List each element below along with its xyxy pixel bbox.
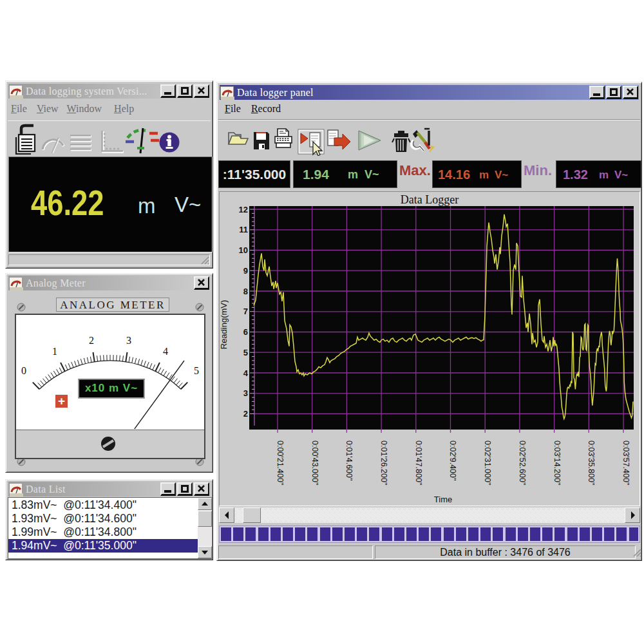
svg-text:2: 2 — [89, 335, 94, 346]
svg-text:Reading(mV): Reading(mV) — [220, 300, 229, 350]
svg-text:6: 6 — [243, 327, 248, 337]
svg-text:0:02'52.600": 0:02'52.600" — [518, 440, 527, 485]
svg-text:5: 5 — [243, 348, 248, 357]
svg-text:4: 4 — [243, 368, 249, 378]
svg-text:1: 1 — [52, 346, 57, 357]
svg-text:5: 5 — [194, 365, 199, 376]
svg-text:0:03'14.200": 0:03'14.200" — [553, 440, 562, 485]
svg-text:Time: Time — [434, 495, 452, 504]
svg-text:0:01'47.800": 0:01'47.800" — [414, 440, 423, 485]
svg-text:3: 3 — [126, 335, 131, 346]
svg-text:12: 12 — [239, 205, 248, 214]
svg-text:2: 2 — [243, 409, 248, 419]
svg-text:3: 3 — [243, 388, 248, 398]
svg-text:8: 8 — [243, 287, 248, 296]
svg-text:0:02'9.400": 0:02'9.400" — [448, 440, 457, 480]
svg-text:0:00'43.000": 0:00'43.000" — [310, 440, 319, 485]
svg-text:4: 4 — [163, 346, 168, 357]
svg-text:0:00'21.400": 0:00'21.400" — [276, 440, 285, 485]
svg-text:0:01'4.600": 0:01'4.600" — [345, 440, 354, 480]
svg-text:7: 7 — [243, 307, 248, 316]
svg-text:0:03'57.400": 0:03'57.400" — [621, 440, 630, 485]
svg-text:0:02'31.000": 0:02'31.000" — [483, 440, 492, 485]
svg-text:11: 11 — [239, 225, 248, 234]
svg-text:10: 10 — [239, 245, 248, 255]
svg-text:0: 0 — [21, 365, 26, 376]
svg-text:9: 9 — [243, 266, 248, 276]
svg-text:0:01'26.200": 0:01'26.200" — [379, 440, 388, 485]
svg-text:0:03'35.800": 0:03'35.800" — [587, 440, 596, 485]
